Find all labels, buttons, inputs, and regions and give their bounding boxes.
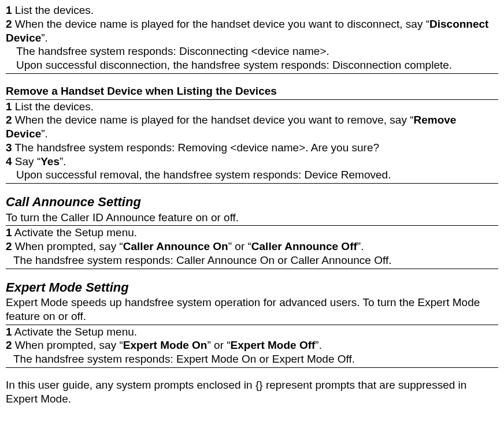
step-text: Activate the Setup menu. — [12, 326, 138, 338]
voice-command: Caller Announce On — [123, 240, 228, 252]
step-text: ”. — [41, 32, 48, 44]
step-number: 2 — [6, 18, 12, 30]
section-heading: Call Announce Setting — [6, 194, 498, 210]
step-1: 1 List the devices. — [6, 100, 498, 114]
section-expert-mode: Expert Mode Setting Expert Mode speeds u… — [6, 280, 498, 368]
step-number: 2 — [6, 114, 12, 126]
section-intro: Expert Mode speeds up handsfree system o… — [6, 296, 498, 323]
voice-command: Caller Announce Off — [251, 240, 357, 252]
step-text: When the device name is played for the h… — [12, 18, 429, 30]
step-sub: Upon successful removal, the handsfree s… — [6, 168, 498, 182]
step-2: 2 When the device name is played for the… — [6, 113, 498, 141]
step-4: 4 Say “Yes”. — [6, 155, 498, 169]
step-2: 2 When the device name is played for the… — [6, 17, 498, 45]
step-text: Activate the Setup menu. — [12, 226, 138, 239]
step-sub: The handsfree system responds: Caller An… — [6, 254, 498, 267]
step-text: ” or “ — [228, 240, 251, 252]
step-sub: The handsfree system responds: Disconnec… — [6, 44, 498, 58]
step-text: When prompted, say “ — [12, 339, 123, 351]
step-number: 1 — [6, 4, 12, 16]
step-1: 1 Activate the Setup menu. — [6, 226, 498, 240]
section-intro: To turn the Caller ID Announce feature o… — [6, 211, 498, 225]
footer-note: In this user guide, any system prompts e… — [6, 378, 498, 406]
step-number: 3 — [6, 141, 12, 154]
section-heading: Expert Mode Setting — [6, 280, 498, 296]
step-1: 1 List the devices. — [6, 3, 498, 17]
section-call-announce: Call Announce Setting To turn the Caller… — [6, 194, 498, 269]
voice-command: Yes — [40, 155, 60, 167]
section-disconnect: 1 List the devices. 2 When the device na… — [6, 3, 498, 74]
step-text: The handsfree system responds: Removing … — [12, 141, 379, 154]
voice-command: Expert Mode On — [123, 339, 207, 351]
step-text: List the devices. — [12, 4, 94, 16]
divider — [6, 183, 498, 184]
step-3: 3 The handsfree system responds: Removin… — [6, 141, 498, 155]
step-2: 2 When prompted, say “Expert Mode On” or… — [6, 338, 498, 352]
step-number: 1 — [6, 326, 12, 338]
step-text: When prompted, say “ — [12, 240, 123, 252]
step-text: ”. — [315, 339, 322, 351]
step-text: List the devices. — [12, 100, 94, 113]
step-text: ”. — [41, 128, 48, 140]
step-2: 2 When prompted, say “Caller Announce On… — [6, 240, 498, 254]
step-sub: Upon successful disconnection, the hands… — [6, 58, 498, 72]
step-text: ”. — [357, 240, 364, 252]
step-text: When the device name is played for the h… — [12, 114, 414, 126]
step-number: 2 — [6, 339, 12, 351]
divider — [6, 367, 498, 368]
step-1: 1 Activate the Setup menu. — [6, 325, 498, 339]
voice-command: Expert Mode Off — [231, 339, 316, 351]
divider — [6, 269, 498, 269]
step-text: ” or “ — [207, 339, 230, 351]
step-number: 1 — [6, 226, 12, 239]
section-remove-device: Remove a Handset Device when Listing the… — [6, 84, 498, 184]
step-number: 4 — [6, 155, 12, 167]
step-text: Say “ — [12, 155, 41, 167]
divider — [6, 73, 498, 74]
step-text: ”. — [60, 155, 66, 167]
step-number: 1 — [6, 100, 12, 113]
step-number: 2 — [6, 240, 12, 252]
section-heading: Remove a Handset Device when Listing the… — [6, 84, 498, 98]
step-sub: The handsfree system responds: Expert Mo… — [6, 352, 498, 366]
